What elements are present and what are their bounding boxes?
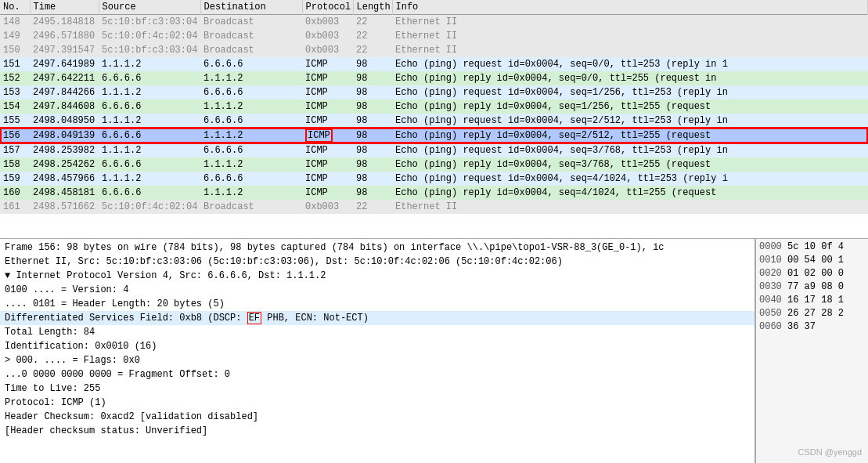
- col-header-protocol: Protocol: [302, 0, 353, 15]
- hex-row: 005026 27 28 2: [759, 307, 865, 320]
- packet-table: No. Time Source Destination Protocol Len…: [0, 0, 868, 214]
- table-row[interactable]: 1612498.5716625c:10:0f:4c:02:04Broadcast…: [0, 200, 868, 214]
- table-row[interactable]: 1512497.6419891.1.1.26.6.6.6ICMP98Echo (…: [0, 57, 868, 71]
- table-header-row: No. Time Source Destination Protocol Len…: [0, 0, 868, 15]
- detail-line: Identification: 0x0010 (16): [0, 339, 755, 353]
- packet-detail-panel: Frame 156: 98 bytes on wire (784 bits), …: [0, 239, 755, 463]
- hex-row: 006036 37: [759, 320, 865, 334]
- detail-line: ▼ Internet Protocol Version 4, Src: 6.6.…: [0, 269, 755, 283]
- bottom-panels: Frame 156: 98 bytes on wire (784 bits), …: [0, 239, 868, 463]
- detail-line: Protocol: ICMP (1): [0, 396, 755, 410]
- table-row[interactable]: 1602498.4581816.6.6.61.1.1.2ICMP98Echo (…: [0, 186, 868, 200]
- hex-row: 002001 02 00 0: [759, 267, 865, 280]
- detail-line: Header Checksum: 0xacd2 [validation disa…: [0, 410, 755, 424]
- detail-line: Total Length: 84: [0, 325, 755, 339]
- detail-line: .... 0101 = Header Length: 20 bytes (5): [0, 297, 755, 311]
- col-header-no: No.: [0, 0, 30, 15]
- col-header-length: Length: [353, 0, 392, 15]
- hex-row: 004016 17 18 1: [759, 294, 865, 307]
- hex-row: 001000 54 00 1: [759, 254, 865, 267]
- watermark: CSDN @yenggd: [798, 447, 862, 457]
- table-row[interactable]: 1532497.8442661.1.1.26.6.6.6ICMP98Echo (…: [0, 85, 868, 99]
- detail-line: Differentiated Services Field: 0xb8 (DSC…: [0, 311, 755, 325]
- packet-list-panel: No. Time Source Destination Protocol Len…: [0, 0, 868, 239]
- table-row[interactable]: 1522497.6422116.6.6.61.1.1.2ICMP98Echo (…: [0, 71, 868, 85]
- detail-line: Frame 156: 98 bytes on wire (784 bits), …: [0, 241, 755, 255]
- table-row[interactable]: 1492496.5718805c:10:0f:4c:02:04Broadcast…: [0, 29, 868, 43]
- table-row[interactable]: 1482495.1848185c:10:bf:c3:03:04Broadcast…: [0, 15, 868, 29]
- hex-row: 00005c 10 0f 4: [759, 241, 865, 254]
- detail-line: Ethernet II, Src: 5c:10:bf:c3:03:06 (5c:…: [0, 255, 755, 269]
- detail-line: > 000. .... = Flags: 0x0: [0, 353, 755, 367]
- col-header-info: Info: [392, 0, 868, 15]
- table-row[interactable]: 1552498.0489501.1.1.26.6.6.6ICMP98Echo (…: [0, 114, 868, 128]
- packet-table-body: 1482495.1848185c:10:bf:c3:03:04Broadcast…: [0, 15, 868, 214]
- detail-line: Time to Live: 255: [0, 382, 755, 396]
- col-header-source: Source: [99, 0, 200, 15]
- col-header-destination: Destination: [200, 0, 302, 15]
- table-row[interactable]: 1562498.0491396.6.6.61.1.1.2ICMP98Echo (…: [0, 128, 868, 143]
- table-row[interactable]: 1542497.8446086.6.6.61.1.1.2ICMP98Echo (…: [0, 99, 868, 114]
- detail-line: 0100 .... = Version: 4: [0, 283, 755, 297]
- detail-line: ...0 0000 0000 0000 = Fragment Offset: 0: [0, 367, 755, 382]
- table-row[interactable]: 1502497.3915475c:10:bf:c3:03:04Broadcast…: [0, 43, 868, 57]
- table-row[interactable]: 1572498.2539821.1.1.26.6.6.6ICMP98Echo (…: [0, 143, 868, 157]
- col-header-time: Time: [30, 0, 99, 15]
- table-row[interactable]: 1592498.4579661.1.1.26.6.6.6ICMP98Echo (…: [0, 172, 868, 186]
- hex-row: 003077 a9 08 0: [759, 280, 865, 294]
- hex-dump-panel: 00005c 10 0f 4001000 54 00 1002001 02 00…: [755, 239, 868, 463]
- table-row[interactable]: 1582498.2542626.6.6.61.1.1.2ICMP98Echo (…: [0, 157, 868, 172]
- detail-line: [Header checksum status: Unverified]: [0, 424, 755, 438]
